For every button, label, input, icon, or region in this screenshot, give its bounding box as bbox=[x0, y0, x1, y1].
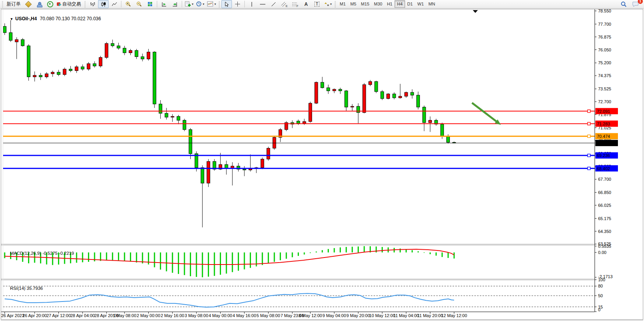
price-axis-label: 78.550 bbox=[598, 9, 611, 13]
signals-button[interactable] bbox=[45, 0, 55, 8]
macd-histogram-bar bbox=[364, 246, 365, 252]
hline-tool-button[interactable] bbox=[257, 0, 268, 8]
label-tool-button[interactable]: T bbox=[312, 0, 322, 8]
arrows-tool-button[interactable]: ▾ bbox=[323, 0, 333, 8]
new-order-button[interactable]: 新订单 bbox=[5, 0, 23, 8]
timeframe-button-h1[interactable]: H1 bbox=[384, 0, 395, 8]
timeframe-button-mn[interactable]: MN bbox=[426, 0, 437, 8]
notifications-button[interactable]: 1 bbox=[630, 0, 641, 8]
time-axis-label: 8 May 12:00 bbox=[298, 313, 322, 318]
autotrade-icon bbox=[57, 2, 61, 7]
macd-histogram-bar bbox=[118, 252, 119, 261]
candle-body bbox=[243, 169, 246, 170]
timeframe-button-m5[interactable]: M5 bbox=[348, 0, 358, 8]
periods-button[interactable]: ▾ bbox=[195, 0, 205, 8]
macd-histogram-bar bbox=[382, 247, 383, 252]
candle-body bbox=[51, 72, 54, 74]
trendline-tool-button[interactable] bbox=[268, 0, 279, 8]
toolbar-grip[interactable] bbox=[84, 1, 86, 7]
time-axis-label: 5 May 08:00 bbox=[256, 313, 280, 318]
chart-shift-button[interactable] bbox=[159, 0, 169, 8]
chart-line-button[interactable] bbox=[109, 0, 119, 8]
macd-histogram-bar bbox=[124, 252, 125, 261]
chevron-down-icon: ▾ bbox=[203, 2, 204, 6]
new-chart-button[interactable]: ▾ bbox=[184, 0, 195, 8]
price-badge-label: 69.236 bbox=[597, 153, 610, 158]
channel-tool-button[interactable]: E bbox=[279, 0, 290, 8]
crosshair-button[interactable] bbox=[232, 0, 243, 8]
macd-histogram-bar bbox=[292, 252, 293, 257]
chart-bars-button[interactable] bbox=[87, 0, 98, 8]
macd-histogram-bar bbox=[328, 249, 329, 252]
candle-body bbox=[183, 120, 186, 130]
collapse-chart-icon[interactable]: ▼ bbox=[10, 17, 13, 21]
candle-body bbox=[315, 82, 318, 103]
timeframe-button-m1[interactable]: M1 bbox=[337, 0, 348, 8]
timeframe-button-m30[interactable]: M30 bbox=[372, 0, 384, 8]
tile-windows-button[interactable] bbox=[145, 0, 155, 8]
clock-icon bbox=[196, 1, 202, 7]
chart-canvas[interactable]: 78.55077.70076.87576.05075.20074.37573.5… bbox=[0, 0, 644, 321]
line-handle[interactable] bbox=[588, 110, 590, 113]
line-handle[interactable] bbox=[588, 167, 590, 170]
chart-candles-button[interactable] bbox=[98, 0, 109, 8]
time-axis-label: 26 Apr 2023 bbox=[1, 313, 24, 318]
line-handle[interactable] bbox=[588, 135, 590, 138]
toolbar-grip[interactable] bbox=[335, 1, 336, 7]
zoom-out-button[interactable] bbox=[134, 0, 144, 8]
candle-body bbox=[207, 161, 210, 183]
candle-body bbox=[9, 33, 12, 41]
macd-indicator-label: MACD(12,26,9) -0.5275 -0.2219 bbox=[5, 246, 74, 260]
zoom-in-button[interactable] bbox=[123, 0, 133, 8]
chart-symbol-label: USOil-,H4 bbox=[15, 16, 37, 21]
candle-body bbox=[135, 51, 138, 57]
price-axis-label: 74.375 bbox=[598, 73, 611, 78]
macd-histogram-bar bbox=[220, 252, 221, 275]
text-tool-button[interactable]: A bbox=[301, 0, 311, 8]
line-handle[interactable] bbox=[588, 154, 590, 157]
candle-body bbox=[81, 67, 84, 69]
candle-body bbox=[447, 136, 450, 143]
toolbar-grip[interactable] bbox=[219, 1, 220, 7]
macd-name: MACD(12,26,9) bbox=[10, 251, 41, 256]
candle-body bbox=[417, 95, 420, 107]
chevron-down-icon: ▾ bbox=[192, 2, 193, 6]
fibonacci-tool-button[interactable]: F bbox=[290, 0, 300, 8]
chart-autoscroll-button[interactable] bbox=[170, 0, 180, 8]
candle-body bbox=[428, 120, 432, 123]
line-handle[interactable] bbox=[588, 122, 590, 125]
time-axis-label: 28 Apr 04:00 bbox=[70, 313, 95, 318]
toolbar-separator bbox=[182, 1, 182, 7]
time-axis-label: 26 Apr 20:00 bbox=[23, 313, 47, 318]
price-axis-label: 75.200 bbox=[598, 60, 611, 65]
candle-body bbox=[321, 82, 324, 88]
macd-histogram-bar bbox=[340, 247, 341, 252]
timeframe-button-d1[interactable]: D1 bbox=[405, 0, 415, 8]
candle-body bbox=[117, 46, 120, 48]
time-axis-label: 10 May 12:00 bbox=[369, 313, 395, 318]
macd-histogram-bar bbox=[430, 252, 431, 254]
time-axis-label: 9 May 20:00 bbox=[346, 313, 370, 318]
candle-body bbox=[21, 40, 24, 46]
vline-tool-button[interactable] bbox=[246, 0, 257, 8]
price-axis-label: 77.700 bbox=[598, 22, 611, 26]
indicators-button[interactable]: ▾ bbox=[206, 0, 217, 8]
macd-histogram-bar bbox=[214, 252, 215, 276]
candle-body bbox=[297, 121, 300, 123]
macd-histogram-bar bbox=[346, 247, 347, 252]
macd-histogram-bar bbox=[358, 247, 359, 252]
macd-histogram-bar bbox=[322, 250, 323, 252]
autotrade-button[interactable]: 自动交易 bbox=[56, 0, 83, 8]
search-button[interactable] bbox=[618, 0, 629, 8]
macd-histogram-bar bbox=[154, 252, 155, 267]
cursor-button[interactable] bbox=[221, 0, 232, 8]
timeframe-button-h4[interactable]: H4 bbox=[395, 0, 405, 8]
timeframe-button-w1[interactable]: W1 bbox=[415, 0, 426, 8]
timeframe-button-m15[interactable]: M15 bbox=[359, 0, 372, 8]
toolbar-grip[interactable] bbox=[2, 1, 3, 7]
gold-seal-button[interactable] bbox=[23, 0, 33, 8]
chart-shift-icon bbox=[161, 2, 167, 7]
profile-button[interactable] bbox=[34, 0, 44, 8]
chart-background[interactable] bbox=[0, 9, 644, 321]
macd-histogram-bar bbox=[352, 247, 353, 252]
